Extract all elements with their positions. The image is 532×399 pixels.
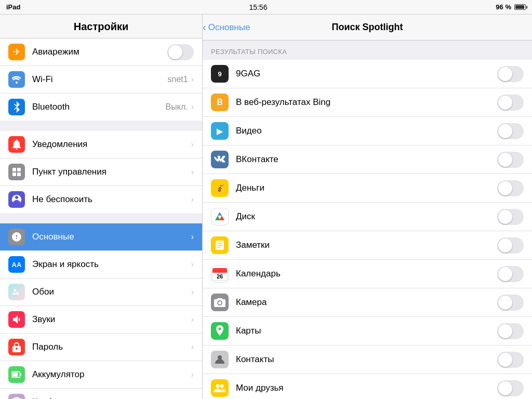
svg-point-4 [14, 289, 17, 292]
wifi-label: Wi-Fi [32, 74, 168, 85]
disk-name: Диск [236, 211, 497, 222]
sidebar-item-sounds[interactable]: Звуки › [0, 306, 202, 334]
sidebar-item-display[interactable]: AA Экран и яркость › [0, 251, 202, 278]
notes-toggle[interactable] [497, 237, 524, 254]
spotlight-item-disk[interactable]: Диск [203, 203, 532, 231]
svg-rect-0 [12, 168, 16, 171]
battery-icon [514, 4, 526, 10]
status-device: iPad [6, 3, 20, 11]
spotlight-item-contacts[interactable]: Контакты [203, 345, 532, 374]
spotlight-item-money[interactable]: 💰Деньги [203, 174, 532, 203]
video-name: Видео [236, 126, 497, 136]
sidebar-item-bluetooth[interactable]: Bluetooth Выкл. › [0, 94, 202, 121]
sounds-label: Звуки [32, 314, 191, 325]
airplane-icon: ✈ [8, 44, 25, 60]
video-icon: ▶ [211, 122, 229, 140]
bluetooth-value: Выкл. [166, 102, 188, 112]
airplane-toggle[interactable] [167, 44, 194, 60]
camera-name: Камера [236, 297, 497, 308]
video-toggle[interactable] [497, 123, 524, 139]
donotdisturb-chevron: › [191, 195, 194, 204]
right-header: ‹ Основные Поиск Spotlight [203, 15, 532, 41]
sidebar-item-notifications[interactable]: Уведомления › [0, 131, 202, 158]
svg-point-16 [218, 355, 222, 360]
maps-toggle[interactable] [497, 323, 524, 339]
myfriends-icon [211, 379, 229, 397]
sounds-icon [8, 311, 25, 328]
display-chevron: › [191, 260, 194, 269]
wallpaper-icon [8, 284, 25, 300]
svg-rect-6 [12, 373, 18, 377]
passcode-label: Пароль [32, 342, 191, 352]
spotlight-item-vk[interactable]: ВКонтакте [203, 145, 532, 174]
controlcenter-label: Пункт управления [32, 167, 191, 177]
notes-icon [211, 236, 229, 254]
money-icon: 💰 [211, 179, 229, 197]
spotlight-list: 99GAGBВ веб-результатах Bing▶ВидеоВКонта… [203, 60, 532, 399]
9gag-toggle[interactable] [497, 66, 524, 82]
bluetooth-label: Bluetooth [32, 102, 166, 112]
general-icon [8, 229, 25, 245]
bluetooth-chevron: › [191, 102, 194, 112]
vk-icon [211, 151, 229, 168]
sidebar-item-donotdisturb[interactable]: Не беспокоить › [0, 186, 202, 213]
passcode-chevron: › [191, 342, 194, 352]
sidebar-item-battery[interactable]: Аккумулятор › [0, 361, 202, 389]
svg-rect-1 [17, 168, 21, 171]
9gag-icon: 9 [211, 65, 229, 83]
spotlight-item-bing[interactable]: BВ веб-результатах Bing [203, 88, 532, 117]
vk-toggle[interactable] [497, 152, 524, 168]
battery-chevron: › [191, 370, 194, 379]
money-toggle[interactable] [497, 180, 524, 196]
battery-setting-icon [8, 366, 25, 383]
spotlight-item-notes[interactable]: Заметки [203, 231, 532, 260]
sidebar-item-passcode[interactable]: Пароль › [0, 334, 202, 361]
calendar-toggle[interactable] [497, 266, 524, 282]
notifications-icon [8, 136, 25, 153]
bing-toggle[interactable] [497, 95, 524, 111]
spotlight-item-video[interactable]: ▶Видео [203, 117, 532, 145]
spotlight-item-maps[interactable]: Карты [203, 317, 532, 345]
passcode-icon [8, 339, 25, 355]
sidebar-item-wallpaper[interactable]: Обои › [0, 278, 202, 306]
settings-group-top: ✈ Авиарежим Wi-Fi snet1 › [0, 38, 202, 121]
spotlight-item-myfriends[interactable]: Мои друзья [203, 374, 532, 399]
wifi-icon [8, 71, 25, 88]
svg-rect-14 [212, 271, 227, 273]
display-icon: AA [8, 256, 25, 273]
camera-toggle[interactable] [497, 295, 524, 311]
bluetooth-icon [8, 99, 25, 115]
right-panel-title: Поиск Spotlight [332, 22, 403, 33]
sidebar-item-controlcenter[interactable]: Пункт управления › [0, 158, 202, 186]
disk-toggle[interactable] [497, 209, 524, 225]
myfriends-toggle[interactable] [497, 380, 524, 396]
back-label: Основные [208, 22, 250, 33]
bing-name: В веб-результатах Bing [236, 97, 497, 108]
controlcenter-icon [8, 164, 25, 180]
sidebar-item-privacy[interactable]: Конфиденциальность › [0, 389, 202, 399]
sidebar: Настройки ✈ Авиарежим Wi-Fi snet1 › [0, 15, 203, 399]
wallpaper-label: Обои [32, 287, 191, 297]
svg-rect-3 [17, 172, 21, 176]
maps-name: Карты [236, 326, 497, 336]
sidebar-item-wifi[interactable]: Wi-Fi snet1 › [0, 66, 202, 94]
sidebar-item-airplane[interactable]: ✈ Авиарежим [0, 38, 202, 66]
myfriends-name: Мои друзья [236, 383, 497, 393]
sidebar-item-general[interactable]: Основные › [0, 223, 202, 251]
status-time: 15:56 [249, 3, 267, 11]
spotlight-item-calendar[interactable]: 26Календарь [203, 260, 532, 288]
back-button[interactable]: ‹ Основные [203, 21, 250, 33]
status-right: 96 % [496, 3, 526, 11]
wifi-value: snet1 [168, 75, 188, 84]
privacy-label: Конфиденциальность [32, 397, 191, 399]
contacts-toggle[interactable] [497, 352, 524, 368]
donotdisturb-label: Не беспокоить [32, 194, 191, 205]
spotlight-item-camera[interactable]: Камера [203, 288, 532, 317]
settings-group-bottom: Основные › AA Экран и яркость › Обои › [0, 223, 202, 399]
bing-icon: B [211, 94, 229, 111]
spotlight-item-9gag[interactable]: 99GAG [203, 60, 532, 88]
vk-name: ВКонтакте [236, 154, 497, 165]
camera-icon [211, 294, 229, 311]
wallpaper-chevron: › [191, 287, 194, 297]
sounds-chevron: › [191, 315, 194, 324]
